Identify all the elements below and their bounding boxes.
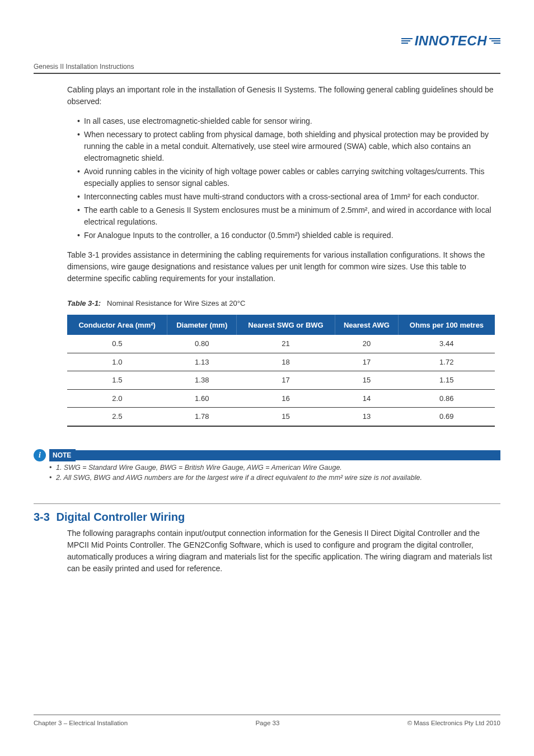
table-cell: 1.72 <box>398 353 495 371</box>
table-row: 2.01.6016140.86 <box>67 389 495 408</box>
footer-left: Chapter 3 – Electrical Installation <box>34 718 128 728</box>
table-intro-paragraph: Table 3-1 provides assistance in determi… <box>67 249 495 284</box>
col-header: Nearest SWG or BWG <box>237 315 335 335</box>
table-cell: 0.80 <box>167 335 237 353</box>
col-header: Nearest AWG <box>335 315 398 335</box>
table-row: 1.01.1318171.72 <box>67 353 495 371</box>
note-item: 2. All SWG, BWG and AWG numbers are for … <box>49 473 500 483</box>
col-header: Diameter (mm) <box>167 315 237 335</box>
table-cell: 17 <box>335 353 398 371</box>
table-cell: 1.78 <box>167 408 237 426</box>
table-header-row: Conductor Area (mm²) Diameter (mm) Neare… <box>67 315 495 335</box>
table-cell: 14 <box>335 389 398 408</box>
table-cell: 0.86 <box>398 389 495 408</box>
table-cell: 2.5 <box>67 408 167 426</box>
section-title: Digital Controller Wiring <box>56 511 185 523</box>
table-caption-text: Nominal Resistance for Wire Sizes at 20°… <box>107 299 245 307</box>
logo-bars-left-icon <box>401 38 413 44</box>
page-footer: Chapter 3 – Electrical Installation Page… <box>34 715 500 728</box>
brand-logo: INNOTECH <box>401 31 500 51</box>
note-label: NOTE <box>49 449 76 461</box>
note-list: 1. SWG = Standard Wire Gauge, BWG = Brit… <box>49 463 500 484</box>
table-cell: 1.38 <box>167 371 237 390</box>
list-item: For Analogue Inputs to the controller, a… <box>77 230 495 241</box>
table-caption: Table 3-1: Nominal Resistance for Wire S… <box>67 298 495 309</box>
table-cell: 16 <box>237 389 335 408</box>
footer-center: Page 33 <box>255 718 279 728</box>
list-item: The earth cable to a Genesis II System e… <box>77 204 495 228</box>
table-cell: 2.0 <box>67 389 167 408</box>
table-cell: 1.13 <box>167 353 237 371</box>
guidelines-list: In all cases, use electromagnetic-shield… <box>77 115 495 241</box>
section-rule <box>34 503 500 504</box>
list-item: In all cases, use electromagnetic-shield… <box>77 115 495 127</box>
table-caption-label: Table 3-1: <box>67 299 101 307</box>
table-cell: 3.44 <box>398 335 495 353</box>
col-header: Conductor Area (mm²) <box>67 315 167 335</box>
footer-rule <box>34 715 500 715</box>
note-block: i NOTE 1. SWG = Standard Wire Gauge, BWG… <box>34 449 500 484</box>
section-body: The following paragraphs contain input/o… <box>67 528 495 575</box>
table-cell: 15 <box>237 408 335 426</box>
table-cell: 20 <box>335 335 398 353</box>
table-cell: 18 <box>237 353 335 371</box>
table-cell: 1.60 <box>167 389 237 408</box>
table-cell: 21 <box>237 335 335 353</box>
wire-size-table: Conductor Area (mm²) Diameter (mm) Neare… <box>67 315 495 427</box>
header-rule <box>34 73 500 74</box>
table-cell: 15 <box>335 371 398 390</box>
footer-right: © Mass Electronics Pty Ltd 2010 <box>407 718 500 728</box>
list-item: Interconnecting cables must have multi-s… <box>77 191 495 203</box>
table-cell: 1.5 <box>67 371 167 390</box>
document-title: Genesis II Installation Instructions <box>34 62 500 72</box>
logo-bars-right-icon <box>489 38 500 44</box>
table-cell: 0.5 <box>67 335 167 353</box>
note-item: 1. SWG = Standard Wire Gauge, BWG = Brit… <box>49 463 500 473</box>
table-cell: 1.0 <box>67 353 167 371</box>
table-cell: 17 <box>237 371 335 390</box>
col-header: Ohms per 100 metres <box>398 315 495 335</box>
table-row: 2.51.7815130.69 <box>67 408 495 426</box>
table-row: 0.50.8021203.44 <box>67 335 495 353</box>
intro-paragraph: Cabling plays an important role in the i… <box>67 84 495 108</box>
section-heading: 3-3 Digital Controller Wiring <box>34 508 500 525</box>
info-icon: i <box>34 449 46 461</box>
table-row: 1.51.3817151.15 <box>67 371 495 390</box>
table-cell: 0.69 <box>398 408 495 426</box>
logo-text: INNOTECH <box>415 31 487 51</box>
section-number: 3-3 <box>34 511 50 523</box>
list-item: When necessary to protect cabling from p… <box>77 129 495 164</box>
table-cell: 13 <box>335 408 398 426</box>
table-cell: 1.15 <box>398 371 495 390</box>
list-item: Avoid running cables in the vicinity of … <box>77 166 495 189</box>
